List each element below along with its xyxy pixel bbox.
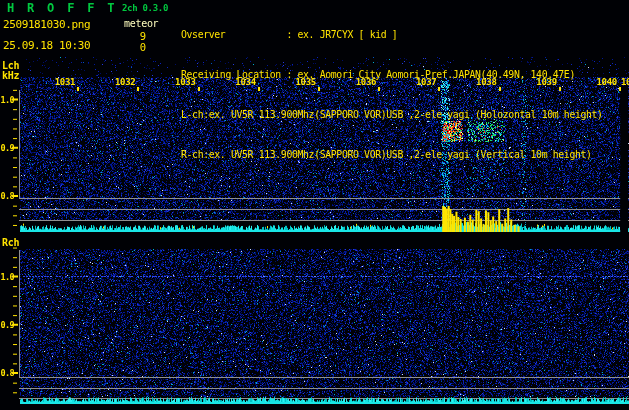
lch-freq-label-0_9: 0.9 — [0, 143, 14, 153]
datetime-label: 25.09.18 10:30 — [3, 39, 90, 52]
time-label: 1039 — [536, 77, 556, 87]
lch-freq-label-1_0: 1.0 — [0, 95, 14, 105]
time-label-partial: 10 — [621, 77, 629, 87]
rch-freq-label-0_9: 0.9 — [0, 320, 14, 330]
hrofft-screen: H R O F F T 2ch 0.3.0 2509181030.png met… — [0, 0, 629, 410]
app-version: 2ch 0.3.0 — [122, 3, 168, 13]
time-label: 1033 — [175, 77, 195, 87]
time-label: 1040 — [597, 77, 617, 87]
time-label: 1035 — [296, 77, 316, 87]
time-label: 1037 — [416, 77, 436, 87]
rch-freq-label-1_0: 1.0 — [0, 272, 14, 282]
app-title: H R O F F T — [7, 1, 117, 15]
observer-line: Ovserver : ex. JR7CYX [ kid ] — [181, 28, 629, 41]
rch-panel-label: Rch — [2, 237, 19, 248]
time-label: 1032 — [115, 77, 135, 87]
output-filename: 2509181030.png — [3, 18, 90, 31]
rch-receiver-line: R-ch:ex. UV5R 113.900Mhz(SAPPORO VOR)USB… — [181, 148, 629, 161]
time-label: 1031 — [55, 77, 75, 87]
station-header: Ovserver : ex. JR7CYX [ kid ] Receiving … — [181, 1, 629, 189]
echo-count-lower: 0 — [115, 41, 146, 53]
freq-unit-label: kHz — [2, 70, 19, 81]
rch-freq-label-0_8: 0.8 — [0, 368, 14, 378]
lch-freq-label-0_8: 0.8 — [0, 191, 14, 201]
time-label: 1038 — [476, 77, 496, 87]
lch-receiver-line: L-ch:ex. UV5R 113.900Mhz(SAPPORO VOR)USB… — [181, 108, 629, 121]
time-label: 1034 — [235, 77, 255, 87]
time-label: 1036 — [356, 77, 376, 87]
mode-label: meteor — [124, 18, 158, 29]
